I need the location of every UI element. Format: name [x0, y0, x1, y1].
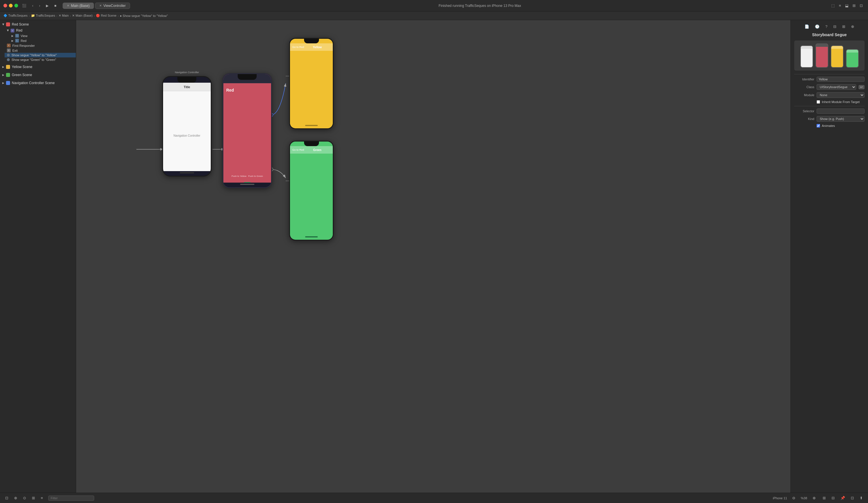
sidebar-item-red-label[interactable]: ▶ L Red — [9, 38, 76, 43]
device-label: iPhone 11 — [773, 496, 787, 500]
preview-phone-white — [800, 45, 813, 68]
yellow-scene-label: Yellow Scene — [12, 65, 32, 69]
rp-preview — [794, 41, 865, 71]
bc-item-5[interactable]: 🔴 Red Scene — [96, 14, 116, 18]
stop-button[interactable]: ■ — [53, 3, 58, 8]
filter-input[interactable] — [48, 495, 94, 501]
layout-button[interactable]: ⊡ — [858, 3, 865, 9]
red-phone-bar — [240, 184, 255, 185]
rp-connect-icon[interactable]: ⊕ — [849, 23, 856, 30]
preview-phone-green — [846, 49, 859, 68]
forward-button[interactable]: › — [37, 3, 42, 8]
rp-module-row: Module None — [794, 92, 865, 98]
rp-selector-input[interactable] — [817, 109, 865, 114]
yellow-phone-notch — [304, 39, 319, 43]
sidebar-item-view[interactable]: ▶ ☐ View — [9, 33, 76, 38]
rp-identifier-input[interactable] — [817, 76, 865, 82]
rp-file-icon[interactable]: 📄 — [803, 23, 811, 30]
rp-help-icon[interactable]: ? — [824, 23, 829, 30]
push-yellow-label: Push to Yellow — [231, 175, 246, 177]
minimize-button[interactable] — [9, 4, 13, 8]
main-area: ▶ Red Scene ▶ V Red ▶ ☐ View ▶ L Red F F… — [0, 20, 868, 493]
triangle-view: ▶ — [11, 34, 13, 37]
fit-button[interactable]: ⊞ — [821, 495, 827, 501]
red-phone-title: Red — [226, 88, 268, 92]
sidebar-scene-yellow[interactable]: ▶ Yellow Scene — [0, 64, 76, 70]
bc-item-1[interactable]: 🔷 TrafficSeques — [3, 14, 28, 18]
pin-button[interactable]: 📌 — [839, 495, 847, 501]
sidebar-item-segue-green[interactable]: Show segue "Green" to "Green" — [4, 58, 76, 62]
close-button[interactable] — [3, 4, 7, 8]
rp-inherit-checkbox[interactable] — [817, 100, 820, 104]
sidebar-item-red-vc[interactable]: ▶ V Red — [4, 28, 76, 33]
zoom-controls: ⊖ %38 ⊕ — [790, 495, 817, 501]
sidebar-scene-green[interactable]: ▶ Green Scene — [0, 72, 76, 78]
nav-phone-content: Title Navigation Controller — [163, 83, 211, 171]
run-button[interactable]: ▶ — [44, 3, 50, 8]
rp-identifier-label: Identifier — [794, 78, 814, 81]
debug-button[interactable]: ⬓ — [843, 3, 850, 9]
tab-vc-label: ViewController — [103, 4, 126, 8]
sidebar-item-exit[interactable]: E Exit — [4, 48, 76, 53]
bottom-icon-2[interactable]: ⊕ — [12, 495, 19, 501]
right-toolbar: ⬚ ≡ ⬓ ⊞ ⊡ — [829, 3, 865, 9]
zoom-out-button[interactable]: ⊖ — [790, 495, 797, 501]
rp-id-icon[interactable]: ⊟ — [831, 23, 838, 30]
inspector-button[interactable]: ⬚ — [829, 3, 836, 9]
bc-item-2[interactable]: 📁 TrafficSeques — [31, 14, 55, 18]
segue-yellow-label: Show segue "Yellow" to "Yellow" — [11, 53, 56, 57]
rp-kind-select[interactable]: Show (e.g. Push) — [817, 116, 865, 122]
sidebar-item-first-responder[interactable]: F First Responder — [4, 43, 76, 48]
back-button[interactable]: ‹ — [30, 3, 35, 8]
zoom-in-button[interactable]: ⊕ — [811, 495, 817, 501]
yellow-phone-content: Go to Red Yellow — [290, 43, 333, 124]
red-phone-content: Red Push to Yellow Push to Green — [224, 74, 271, 183]
sidebar-item-segue-yellow[interactable]: Show segue "Yellow" to "Yellow" — [4, 53, 76, 58]
yellow-phone: Go to Red Yellow — [289, 38, 334, 129]
vc-icon: V — [11, 29, 14, 32]
rp-animates-checkbox[interactable] — [817, 124, 820, 127]
rp-clock-icon[interactable]: 🕐 — [813, 23, 821, 30]
divider-1 — [794, 74, 865, 74]
sidebar-scene-red[interactable]: ▶ Red Scene — [0, 21, 76, 28]
red-controller-phone: Red Push to Yellow Push to Green — [223, 73, 272, 188]
bottom-icon-3[interactable]: ⊙ — [21, 495, 28, 501]
bottom-icon-1[interactable]: ⊡ — [3, 495, 10, 501]
preview-nav-green — [846, 50, 858, 52]
rp-animates-label: Animates — [822, 124, 835, 127]
green-nav-title: Green — [313, 148, 322, 152]
bottom-icon-4[interactable]: ⊞ — [30, 495, 37, 501]
bc-item-3[interactable]: ✕ Main — [59, 14, 69, 18]
tab-vc-close[interactable]: ✕ — [99, 4, 102, 7]
titlebar: ⬛ ‹ › ▶ ■ ✕ Main (Base) ✕ ViewController… — [0, 0, 868, 11]
bc-item-4[interactable]: ✕ Main (Base) — [72, 14, 92, 18]
maximize-button[interactable] — [14, 4, 18, 8]
bottom-icon-5[interactable]: ≡ — [39, 495, 45, 501]
tab-main-base-label: Main (Base) — [71, 4, 90, 8]
preview-nav-white — [801, 46, 813, 49]
fr-label: First Responder — [12, 44, 35, 48]
canvas[interactable]: Title Navigation Controller Navigation C… — [76, 20, 790, 493]
share-button[interactable]: ⊡ — [849, 495, 856, 501]
rp-class-btn[interactable]: ↩ — [858, 85, 865, 89]
grid-button[interactable]: ⊟ — [830, 495, 836, 501]
navigator-button[interactable]: ≡ — [837, 3, 843, 9]
rp-class-row: Class UIStoryboardSegue ↩ — [794, 84, 865, 90]
tab-viewcontroller[interactable]: ✕ ViewController — [95, 3, 130, 9]
add-button[interactable]: ⊞ — [851, 3, 857, 9]
rp-module-select[interactable]: None — [817, 92, 865, 98]
toggle-switch[interactable] — [242, 182, 252, 183]
red-vc-label: Red — [16, 28, 22, 32]
tab-main-base-close[interactable]: ✕ — [67, 4, 69, 7]
rp-class-select[interactable]: UIStoryboardSegue — [817, 84, 856, 90]
nav-phone-caption: Navigation Controller — [175, 71, 199, 74]
sidebar-toggle-button[interactable]: ⬛ — [20, 3, 28, 8]
yellow-phone-bar — [305, 125, 318, 126]
sidebar-scene-nav[interactable]: ▶ Navigation Controller Scene — [0, 80, 76, 86]
bc-item-6: ● Show segue "Yellow" to "Yellow" — [120, 14, 168, 18]
rp-class-label: Class — [794, 85, 814, 89]
yellow-body — [290, 51, 333, 124]
tab-main-base[interactable]: ✕ Main (Base) — [63, 3, 94, 9]
export-button[interactable]: ⬆ — [858, 495, 865, 501]
rp-size-icon[interactable]: ⊞ — [840, 23, 847, 30]
